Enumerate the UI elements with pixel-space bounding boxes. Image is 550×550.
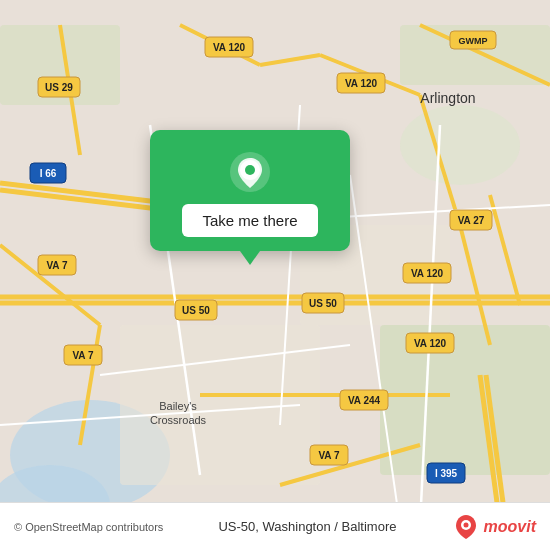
svg-text:Bailey's: Bailey's xyxy=(159,400,197,412)
map-container: VA 120 VA 120 VA 120 VA 120 US 29 I 66 I… xyxy=(0,0,550,550)
svg-text:VA 120: VA 120 xyxy=(414,338,447,349)
svg-text:VA 7: VA 7 xyxy=(72,350,94,361)
svg-text:US 50: US 50 xyxy=(309,298,337,309)
svg-text:VA 244: VA 244 xyxy=(348,395,381,406)
svg-text:VA 7: VA 7 xyxy=(318,450,340,461)
svg-text:I 66: I 66 xyxy=(40,168,57,179)
bottom-bar: © OpenStreetMap contributors US-50, Wash… xyxy=(0,502,550,550)
svg-line-17 xyxy=(490,195,520,305)
svg-text:VA 27: VA 27 xyxy=(458,215,485,226)
osm-attribution: © OpenStreetMap contributors xyxy=(14,521,163,533)
svg-text:I 395: I 395 xyxy=(435,468,458,479)
moovit-icon xyxy=(452,513,480,541)
svg-text:VA 120: VA 120 xyxy=(213,42,246,53)
svg-text:GWMP: GWMP xyxy=(459,36,488,46)
svg-line-13 xyxy=(260,55,320,65)
svg-text:US 50: US 50 xyxy=(182,305,210,316)
svg-text:Crossroads: Crossroads xyxy=(150,414,207,426)
popup-card: Take me there xyxy=(150,130,350,251)
location-pin-icon xyxy=(228,150,272,194)
svg-point-71 xyxy=(245,165,255,175)
map-svg: VA 120 VA 120 VA 120 VA 120 US 29 I 66 I… xyxy=(0,0,550,550)
svg-text:Arlington: Arlington xyxy=(420,90,475,106)
moovit-brand-text: moovit xyxy=(484,518,536,536)
svg-point-73 xyxy=(463,522,468,527)
svg-text:VA 120: VA 120 xyxy=(411,268,444,279)
svg-text:VA 120: VA 120 xyxy=(345,78,378,89)
take-me-there-button[interactable]: Take me there xyxy=(182,204,317,237)
svg-point-5 xyxy=(400,105,520,185)
route-label: US-50, Washington / Baltimore xyxy=(218,519,396,534)
moovit-logo: moovit xyxy=(452,513,536,541)
svg-text:VA 7: VA 7 xyxy=(46,260,68,271)
svg-text:US 29: US 29 xyxy=(45,82,73,93)
